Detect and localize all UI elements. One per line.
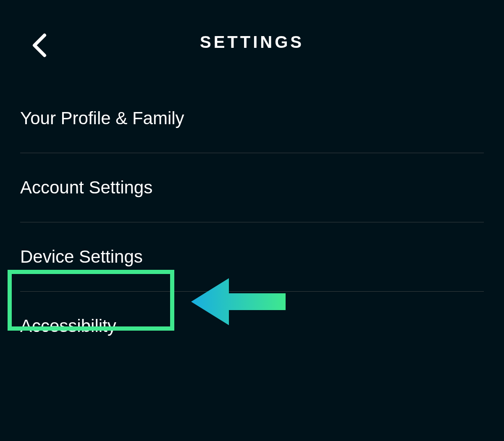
header: SETTINGS — [0, 0, 504, 84]
settings-menu: Your Profile & Family Account Settings D… — [0, 84, 504, 360]
menu-item-account-settings[interactable]: Account Settings — [20, 153, 484, 222]
menu-item-label: Account Settings — [20, 177, 152, 197]
menu-item-accessibility[interactable]: Accessibility — [20, 292, 484, 360]
menu-item-label: Accessibility — [20, 316, 116, 336]
page-title: SETTINGS — [200, 33, 304, 52]
menu-item-label: Your Profile & Family — [20, 108, 184, 128]
menu-item-label: Device Settings — [20, 247, 143, 266]
back-button[interactable] — [29, 33, 50, 58]
menu-item-profile-family[interactable]: Your Profile & Family — [20, 84, 484, 153]
chevron-left-icon — [31, 33, 47, 58]
menu-item-device-settings[interactable]: Device Settings — [20, 222, 484, 292]
